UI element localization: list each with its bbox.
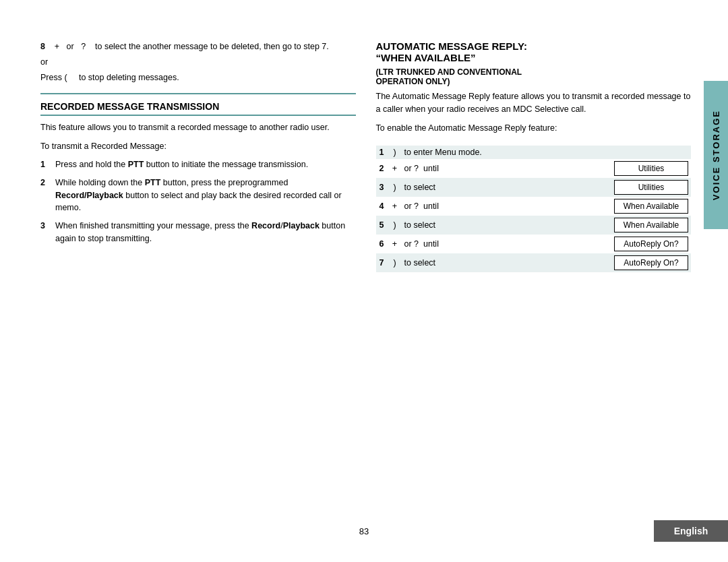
right-section-title: AUTOMATIC MESSAGE REPLY: “WHEN AVAILABLE… <box>376 40 692 63</box>
step-num: 2 <box>376 159 388 178</box>
transmit-label: To transmit a Recorded Message: <box>40 140 356 153</box>
step-desc-3: When finished transmitting your message,… <box>55 220 356 245</box>
right-title-line2: “WHEN AVAILABLE” <box>376 52 476 63</box>
enable-label: To enable the Automatic Message Reply fe… <box>376 122 692 135</box>
page-number: 83 <box>359 526 369 536</box>
step-sym: ) <box>388 216 402 235</box>
step-action: to enter Menu mode. <box>402 146 692 159</box>
step-num-2: 2 <box>40 177 50 214</box>
side-tab: VOICE STORAGE <box>704 81 728 229</box>
step-action: to select <box>402 216 604 235</box>
step-desc-1: Press and hold the PTT button to initiat… <box>55 158 356 171</box>
step-sym: ) <box>388 253 402 272</box>
step-desc-2: While holding down the PTT button, press… <box>55 177 356 214</box>
left-step-3: 3 When finished transmitting your messag… <box>40 220 356 245</box>
step-box: Utilities <box>603 178 691 197</box>
step8-num: 8 <box>40 42 45 51</box>
step8-or: or <box>40 56 356 69</box>
left-step-2: 2 While holding down the PTT button, pre… <box>40 177 356 214</box>
table-row: 6 + or ? until AutoReply On? <box>376 235 692 253</box>
table-row: 2 + or ? until Utilities <box>376 159 692 178</box>
step-num: 6 <box>376 235 388 253</box>
left-column: 8 + or ? to select the another message t… <box>40 40 356 515</box>
step8-press: Press ( to stop deleting messages. <box>40 71 356 84</box>
step-num: 3 <box>376 178 388 197</box>
step-display-autoreply2: AutoReply On? <box>614 255 688 270</box>
step-box: When Available <box>603 197 691 216</box>
step-display: Utilities <box>614 180 688 195</box>
press-label: Press ( <box>40 73 67 82</box>
step8-sym2: ? <box>81 42 86 51</box>
step-num: 1 <box>376 146 388 159</box>
step8-line: 8 + or ? to select the another message t… <box>40 40 356 53</box>
step-display-when-available-2: When Available <box>614 218 688 232</box>
step-num: 5 <box>376 216 388 235</box>
step-action: or ? until <box>402 235 604 253</box>
step-num: 7 <box>376 253 388 272</box>
step-num-3: 3 <box>40 220 50 245</box>
step8-sym1: + <box>55 42 59 51</box>
step-action: or ? until <box>402 159 604 178</box>
left-body1: This feature allows you to transmit a re… <box>40 121 356 134</box>
right-steps-table: 1 ) to enter Menu mode. 2 + or ? until U… <box>376 146 692 272</box>
step-action: or ? until <box>402 197 604 216</box>
step-display: Utilities <box>614 161 688 176</box>
left-step-1: 1 Press and hold the PTT button to initi… <box>40 158 356 171</box>
press-text: to stop deleting messages. <box>79 73 179 82</box>
table-row: 5 ) to select When Available <box>376 216 692 235</box>
content-area: 8 + or ? to select the another message t… <box>40 40 691 515</box>
step-display-autoreply1: AutoReply On? <box>614 237 688 251</box>
step8-text1: to select the another message to be dele… <box>95 42 329 51</box>
side-tab-label: VOICE STORAGE <box>711 110 721 200</box>
step-display-when-available: When Available <box>614 199 688 214</box>
left-steps-list: 1 Press and hold the PTT button to initi… <box>40 158 356 251</box>
right-column: AUTOMATIC MESSAGE REPLY: “WHEN AVAILABLE… <box>376 40 692 515</box>
step-box: When Available <box>603 216 691 235</box>
pre-section: 8 + or ? to select the another message t… <box>40 40 356 94</box>
table-row: 1 ) to enter Menu mode. <box>376 146 692 159</box>
step-sym: ) <box>388 146 402 159</box>
english-label: English <box>674 526 708 536</box>
step-action: to select <box>402 178 604 197</box>
left-section-title: RECORDED MESSAGE TRANSMISSION <box>40 101 356 116</box>
table-row: 7 ) to select AutoReply On? <box>376 253 692 272</box>
step-sym: + <box>388 235 402 253</box>
english-badge: English <box>654 520 728 542</box>
step-box: Utilities <box>603 159 691 178</box>
step-sym: ) <box>388 178 402 197</box>
step-box: AutoReply On? <box>603 253 691 272</box>
step-num: 4 <box>376 197 388 216</box>
table-row: 4 + or ? until When Available <box>376 197 692 216</box>
step-action: to select <box>402 253 604 272</box>
step-box: AutoReply On? <box>603 235 691 253</box>
subsection-title: (LTR TRUNKED AND CONVENTIONALOPERATION O… <box>376 67 692 86</box>
right-title-line1: AUTOMATIC MESSAGE REPLY: <box>376 40 527 52</box>
table-row: 3 ) to select Utilities <box>376 178 692 197</box>
page-container: VOICE STORAGE English 83 8 + or ? to sel… <box>0 0 728 562</box>
right-body1: The Automatic Message Reply feature allo… <box>376 90 692 117</box>
step-num-1: 1 <box>40 158 50 171</box>
step-sym: + <box>388 159 402 178</box>
step-sym: + <box>388 197 402 216</box>
